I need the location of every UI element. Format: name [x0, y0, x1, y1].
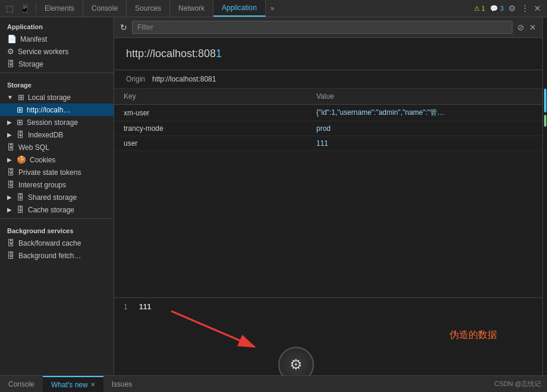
bottom-tabs: Console What's new ✕ Issues CSDN @忘忧记: [0, 375, 547, 392]
localstorage-table: Key Value xm-user{"id":1,"username":"adm…: [114, 89, 542, 151]
cache-expand-icon: ▶: [7, 206, 12, 213]
manifest-icon: 📄: [7, 35, 17, 43]
nav-tabs: Elements Console Sources Network Applica…: [36, 0, 468, 17]
device-icon[interactable]: 📱: [18, 2, 31, 14]
indexeddb-icon: 🗄: [17, 130, 24, 139]
svg-line-1: [171, 311, 254, 347]
tab-console[interactable]: Console: [83, 0, 127, 17]
sidebar-item-bg-fetch[interactable]: 🗄 Background fetch…: [0, 249, 114, 262]
sidebar-item-shared-storage[interactable]: ▶ 🗄 Shared storage: [0, 191, 114, 203]
whats-new-close-icon[interactable]: ✕: [90, 381, 95, 388]
right-panel: [542, 17, 547, 375]
more-tabs-button[interactable]: »: [266, 4, 279, 12]
refresh-button[interactable]: ↻: [120, 23, 127, 32]
sidebar-item-storage-menu[interactable]: 🗄 Storage: [0, 58, 114, 70]
cookies-expand-icon: ▶: [7, 156, 12, 163]
devtools-icons: ⬚ 📱: [0, 2, 36, 14]
content-panel: ↻ ⊘ ✕ http://localhost:8081 Origin http:…: [114, 17, 542, 375]
table-cell-value: {"id":1,"username":"admin","name":"管…: [307, 105, 542, 121]
more-options-icon[interactable]: ⋮: [521, 4, 529, 13]
shared-storage-icon: 🗄: [17, 193, 24, 202]
interest-groups-icon: 🗄: [7, 180, 15, 189]
origin-row: Origin http://localhost:8081: [114, 70, 542, 89]
private-state-icon: 🗄: [7, 168, 15, 177]
toolbar-right: ⚠ 1 💬 3 ⚙ ⋮ ✕: [468, 4, 547, 13]
sidebar-item-web-sql[interactable]: 🗄 Web SQL: [0, 141, 114, 153]
bottom-section: 1 111 伪造的数据: [114, 297, 542, 375]
sidebar-item-service-workers[interactable]: ⚙ Service workers: [0, 45, 114, 58]
sidebar-divider-2: [0, 218, 114, 219]
storage-content: http://localhost:8081 Origin http://loca…: [114, 38, 542, 375]
sidebar-item-session-storage[interactable]: ▶ ⊞ Session storage: [0, 116, 114, 128]
cache-storage-icon: 🗄: [17, 205, 24, 214]
table-row[interactable]: xm-user{"id":1,"username":"admin","name"…: [114, 105, 542, 121]
local-storage-icon: ⊞: [18, 93, 24, 102]
origin-label: Origin: [126, 75, 145, 83]
indexeddb-expand-icon: ▶: [7, 131, 12, 138]
settings-icon[interactable]: ⚙: [508, 4, 516, 13]
clear-filter-button[interactable]: ⊘: [517, 23, 524, 32]
sidebar-item-cache-storage[interactable]: ▶ 🗄 Cache storage: [0, 203, 114, 216]
table-cell-value: 111: [307, 136, 542, 151]
sidebar-item-localhost[interactable]: ⊞ http://localh…: [0, 104, 114, 116]
sidebar-item-interest-groups[interactable]: 🗄 Interest groups: [0, 178, 114, 191]
accent-bar-2: [544, 115, 546, 127]
session-expand-icon: ▶: [7, 119, 12, 126]
inspect-icon[interactable]: ⬚: [5, 2, 15, 14]
localhost-storage-icon: ⊞: [17, 105, 23, 114]
service-worker-icon: ⚙: [7, 47, 14, 56]
cookies-icon: 🍪: [17, 155, 26, 164]
close-devtools-icon[interactable]: ✕: [534, 4, 541, 13]
tab-elements[interactable]: Elements: [36, 0, 83, 17]
annotation-text: 伪造的数据: [449, 329, 497, 341]
key-column-header: Key: [114, 89, 307, 105]
warning-icon: ⚠: [474, 5, 480, 12]
table-cell-key: trancy-mode: [114, 121, 307, 136]
storage-table: Key Value xm-user{"id":1,"username":"adm…: [114, 89, 542, 297]
info-badge[interactable]: 💬 3: [490, 5, 504, 12]
filter-input[interactable]: [132, 21, 513, 34]
expand-arrow-icon: ▼: [7, 94, 13, 101]
sidebar-item-back-forward-cache[interactable]: 🗄 Back/forward cache: [0, 237, 114, 249]
badge-icon: ⚙: [290, 356, 303, 373]
table-row[interactable]: trancy-modeprod: [114, 121, 542, 136]
origin-value: http://localhost:8081: [152, 75, 216, 83]
web-sql-icon: 🗄: [7, 143, 15, 152]
tab-sources[interactable]: Sources: [127, 0, 170, 17]
tab-network[interactable]: Network: [170, 0, 213, 17]
annotation-container: 伪造的数据 ⚙: [124, 311, 533, 371]
main-area: Application 📄 Manifest ⚙ Service workers…: [0, 17, 547, 375]
table-cell-value: prod: [307, 121, 542, 136]
storage-url: http://localhost:8081: [114, 38, 542, 70]
tab-application[interactable]: Application: [213, 0, 266, 17]
application-section-title: Application: [0, 17, 114, 33]
value-column-header: Value: [307, 89, 542, 105]
sidebar-scroll: Application 📄 Manifest ⚙ Service workers…: [0, 17, 114, 375]
storage-section-title: Storage: [0, 76, 114, 91]
line-number: 1: [124, 303, 128, 311]
shared-expand-icon: ▶: [7, 194, 12, 200]
bg-fetch-icon: 🗄: [7, 251, 15, 260]
session-storage-icon: ⊞: [17, 118, 23, 127]
tab-whats-new[interactable]: What's new ✕: [43, 376, 103, 392]
chat-icon: 💬: [490, 5, 498, 12]
back-forward-icon: 🗄: [7, 239, 15, 247]
brand-label: CSDN @忘忧记: [495, 380, 541, 388]
tab-console-bottom[interactable]: Console: [0, 376, 43, 392]
sidebar-divider-1: [0, 73, 114, 73]
tab-issues[interactable]: Issues: [103, 376, 141, 392]
storage-menu-icon: 🗄: [7, 59, 15, 68]
sidebar-item-local-storage[interactable]: ▼ ⊞ Local storage: [0, 91, 114, 104]
app-icon-badge: ⚙: [278, 347, 314, 375]
sidebar-item-private-state[interactable]: 🗄 Private state tokens: [0, 166, 114, 178]
warning-badge[interactable]: ⚠ 1: [474, 5, 485, 12]
accent-bar-1: [544, 89, 546, 112]
sidebar-item-indexeddb[interactable]: ▶ 🗄 IndexedDB: [0, 128, 114, 141]
table-row[interactable]: user111: [114, 136, 542, 151]
sidebar-item-manifest[interactable]: 📄 Manifest: [0, 33, 114, 45]
table-cell-key: xm-user: [114, 105, 307, 121]
filter-bar: ↻ ⊘ ✕: [114, 17, 542, 38]
sidebar-item-cookies[interactable]: ▶ 🍪 Cookies: [0, 153, 114, 166]
delete-filter-button[interactable]: ✕: [529, 23, 536, 32]
top-toolbar: ⬚ 📱 Elements Console Sources Network App…: [0, 0, 547, 17]
